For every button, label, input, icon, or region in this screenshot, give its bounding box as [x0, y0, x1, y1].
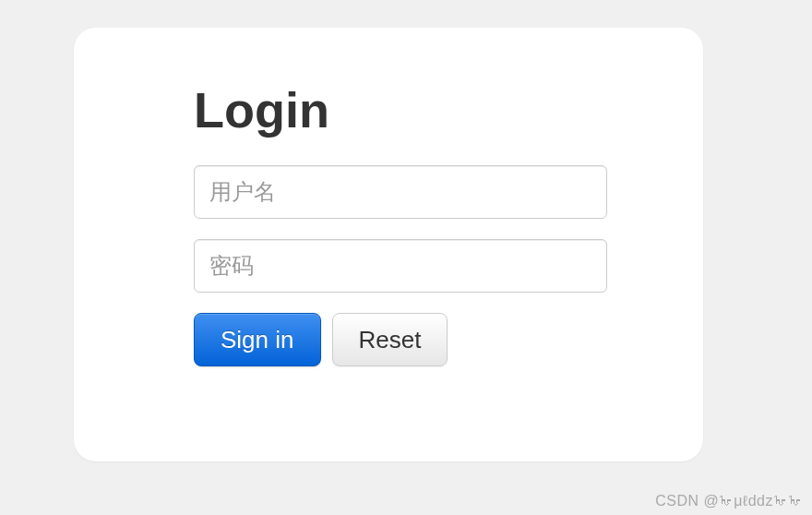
login-title: Login [194, 83, 583, 138]
button-row: Sign in Reset [194, 313, 583, 366]
watermark-text: CSDN @ᠾμℓddzᠾᠾ [655, 493, 803, 509]
signin-button[interactable]: Sign in [194, 313, 321, 366]
username-field[interactable] [194, 165, 607, 219]
login-card: Login Sign in Reset [74, 28, 703, 461]
reset-button[interactable]: Reset [332, 313, 448, 366]
password-field[interactable] [194, 239, 607, 293]
